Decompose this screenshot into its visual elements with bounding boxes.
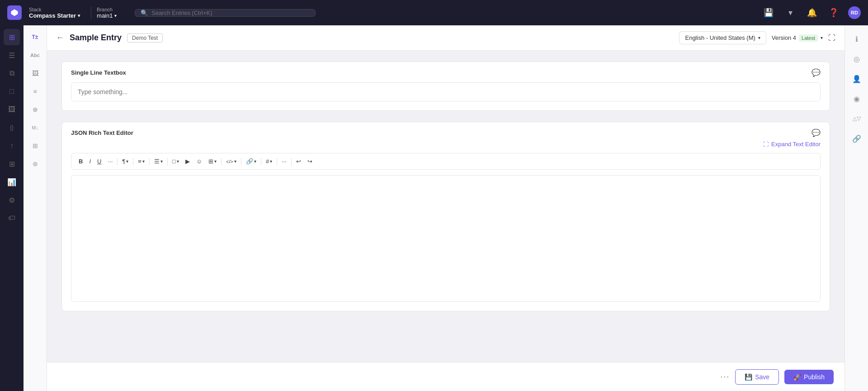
brand-logo — [7, 5, 22, 20]
sidebar-item-chart[interactable]: 📊 — [4, 174, 20, 190]
toolbar-redo[interactable]: ↪ — [305, 156, 315, 167]
entry-content: Single Line Textbox 💬 JSON Rich Text Edi… — [47, 51, 844, 362]
save-button[interactable]: 💾 Save — [735, 369, 779, 385]
fullscreen-button[interactable]: ⛶ — [828, 34, 835, 42]
toolbar-emoji[interactable]: ☺ — [193, 156, 205, 167]
sidebar-item-grid[interactable]: ⊞ — [4, 156, 20, 172]
sidebar-item-media[interactable]: 🖼 — [4, 101, 20, 118]
toolbar-paragraph[interactable]: ¶ ▾ — [119, 156, 131, 167]
second-sidebar-abc[interactable]: Abc — [27, 47, 43, 63]
sidebar-item-page[interactable]: □ — [4, 83, 20, 100]
right-panel-link[interactable]: 🔗 — [849, 130, 865, 147]
help-icon[interactable]: ❓ — [826, 5, 841, 20]
toolbar-sep7 — [261, 158, 261, 165]
single-line-textbox-field: Single Line Textbox 💬 — [61, 62, 830, 111]
second-sidebar-grid[interactable]: ⊞ — [27, 138, 43, 154]
toolbar-underline[interactable]: U — [94, 156, 104, 167]
toolbar-bold[interactable]: B — [76, 156, 85, 167]
search-bar[interactable]: 🔍 — [135, 9, 316, 17]
right-panel: ℹ ◎ 👤 ◉ △▽ 🔗 — [844, 25, 868, 391]
sidebar-item-settings[interactable]: ⚙ — [4, 192, 20, 208]
second-sidebar-location[interactable]: ⊕ — [27, 101, 43, 118]
expand-icon: ⛶ — [763, 141, 769, 148]
toolbar-sep1 — [117, 158, 118, 165]
version-badge: Latest — [799, 34, 818, 42]
sidebar-item-bracket[interactable]: {} — [4, 119, 20, 136]
search-icon: 🔍 — [141, 10, 148, 16]
toolbar-undo[interactable]: ↩ — [293, 156, 304, 167]
textbox-comment-icon[interactable]: 💬 — [811, 68, 821, 77]
save-icon-btn[interactable]: 💾 — [761, 5, 776, 20]
content-area: ← Sample Entry Demo Test English - Unite… — [47, 25, 844, 391]
locale-label: English - United States (M) — [685, 34, 755, 41]
textbox-field-header: Single Line Textbox 💬 — [62, 62, 830, 77]
second-sidebar-hierarchy[interactable]: ⊛ — [27, 156, 43, 172]
sidebar-item-layers[interactable]: ⧉ — [4, 65, 20, 81]
toolbar-code[interactable]: </> ▾ — [223, 157, 239, 166]
header-right: English - United States (M) ▾ Version 4 … — [679, 31, 835, 44]
toolbar-more2[interactable]: ··· — [279, 156, 289, 167]
branch-label: Branch — [97, 7, 117, 12]
search-input[interactable] — [151, 10, 310, 16]
toolbar-table[interactable]: ⊞ ▾ — [206, 156, 219, 167]
expand-text-editor-button[interactable]: ⛶ Expand Text Editor — [763, 137, 830, 148]
main-layout: ⊞ ☰ ⧉ □ 🖼 {} ↑ ⊞ 📊 ⚙ 🏷 T± Abc 🖼 ≡ ⊕ M↓ ⊞… — [0, 25, 868, 391]
locale-chevron: ▾ — [758, 35, 760, 40]
brand-name[interactable]: Compass Starter ▾ — [29, 12, 80, 19]
second-sidebar-lines[interactable]: ≡ — [27, 83, 43, 100]
version-chevron[interactable]: ▾ — [821, 35, 823, 40]
toolbar-hash[interactable]: # ▾ — [263, 156, 275, 167]
toolbar-sep9 — [291, 158, 292, 165]
rte-field: JSON Rich Text Editor 💬 ⛶ Expand Text Ed… — [61, 122, 830, 311]
nav-right: 💾 ▾ 🔔 ❓ RD — [761, 5, 861, 20]
entry-footer: ··· 💾 Save 🚀 Publish — [47, 362, 844, 391]
entry-header: ← Sample Entry Demo Test English - Unite… — [47, 25, 844, 51]
textbox-input-wrap — [62, 77, 830, 110]
sidebar-item-dashboard[interactable]: ⊞ — [4, 29, 20, 45]
toolbar-list[interactable]: ☰ ▾ — [151, 156, 165, 167]
locale-selector[interactable]: English - United States (M) ▾ — [679, 31, 766, 44]
rte-editor-area[interactable] — [71, 175, 821, 302]
toolbar-more1[interactable]: ··· — [105, 156, 115, 167]
toolbar-align[interactable]: ≡ ▾ — [135, 156, 147, 167]
brand-chevron: ▾ — [78, 13, 80, 18]
rte-field-label: JSON Rich Text Editor — [71, 129, 133, 136]
toolbar-link[interactable]: 🔗 ▾ — [243, 156, 259, 167]
second-sidebar-markdown[interactable]: M↓ — [27, 119, 43, 136]
right-panel-person[interactable]: 👤 — [849, 71, 865, 87]
save-label: Save — [755, 373, 769, 381]
toolbar-sep8 — [277, 158, 277, 165]
left-sidebar: ⊞ ☰ ⧉ □ 🖼 {} ↑ ⊞ 📊 ⚙ 🏷 — [0, 25, 24, 391]
sidebar-item-list[interactable]: ☰ — [4, 47, 20, 63]
toolbar-file[interactable]: □ ▾ — [170, 156, 182, 167]
second-sidebar-text[interactable]: T± — [27, 29, 43, 45]
chevron-down-btn[interactable]: ▾ — [783, 5, 797, 20]
toolbar-video[interactable]: ▶ — [183, 156, 193, 167]
right-panel-circle[interactable]: ◎ — [849, 51, 865, 67]
right-panel-compare[interactable]: △▽ — [849, 110, 865, 127]
sidebar-item-tag[interactable]: 🏷 — [4, 210, 20, 226]
back-button[interactable]: ← — [56, 33, 64, 43]
toolbar-sep5 — [221, 158, 222, 165]
version-label: Version 4 — [772, 34, 796, 41]
single-line-input[interactable] — [71, 82, 821, 101]
right-panel-info[interactable]: ℹ — [849, 31, 865, 47]
second-sidebar-media[interactable]: 🖼 — [27, 65, 43, 81]
top-nav: Stack Compass Starter ▾ Branch main1 ▾ 🔍… — [0, 0, 868, 25]
brand-line1: Stack — [29, 7, 80, 12]
sidebar-item-upload[interactable]: ↑ — [4, 138, 20, 154]
branch-info: Branch main1 ▾ — [91, 7, 117, 19]
demo-tag: Demo Test — [127, 33, 163, 43]
publish-button[interactable]: 🚀 Publish — [784, 370, 834, 384]
right-panel-radio[interactable]: ◉ — [849, 91, 865, 107]
entry-title: Sample Entry — [70, 33, 122, 43]
notification-icon[interactable]: 🔔 — [805, 5, 819, 20]
toolbar-italic[interactable]: I — [86, 156, 94, 167]
version-info: Version 4 Latest ▾ — [772, 34, 823, 42]
rte-comment-icon[interactable]: 💬 — [811, 129, 821, 137]
toolbar-sep6 — [241, 158, 241, 165]
toolbar-sep3 — [149, 158, 150, 165]
branch-name[interactable]: main1 ▾ — [97, 12, 117, 19]
publish-icon: 🚀 — [793, 373, 801, 381]
footer-more-button[interactable]: ··· — [720, 372, 730, 381]
